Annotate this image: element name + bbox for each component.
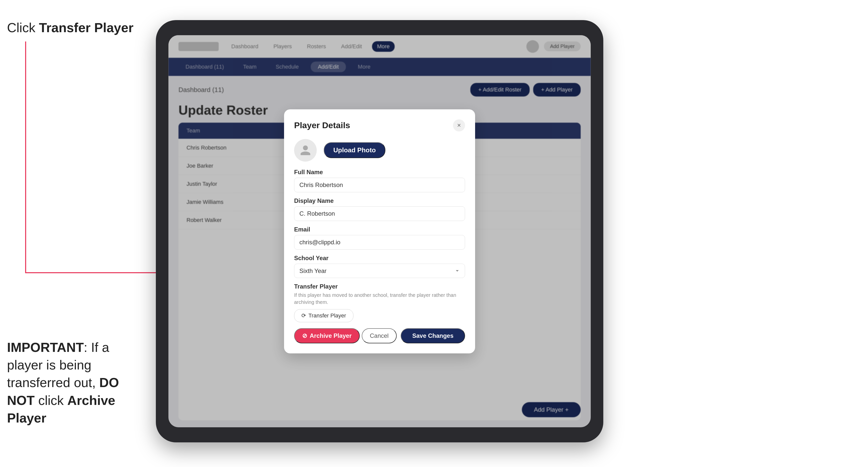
player-details-modal: Player Details × Upload Photo Full Name [284, 109, 475, 353]
transfer-btn-label: Transfer Player [308, 312, 346, 319]
transfer-section: Transfer Player If this player has moved… [294, 283, 465, 322]
cancel-button[interactable]: Cancel [362, 328, 397, 343]
modal-overlay: Player Details × Upload Photo Full Name [168, 35, 591, 427]
display-name-group: Display Name [294, 197, 465, 221]
archive-player-button[interactable]: ⊘ Archive Player [294, 328, 360, 343]
upload-photo-button[interactable]: Upload Photo [324, 142, 385, 158]
annotation-line-vertical [25, 41, 26, 273]
modal-title: Player Details [294, 120, 350, 130]
archive-icon: ⊘ [302, 332, 307, 339]
school-year-label: School Year [294, 255, 465, 262]
save-changes-button[interactable]: Save Changes [401, 328, 465, 343]
tablet-screen: Dashboard Players Rosters Add/Edit More … [168, 35, 591, 427]
modal-close-button[interactable]: × [453, 119, 465, 131]
photo-section: Upload Photo [294, 139, 465, 162]
instruction-top: Click Transfer Player [7, 20, 133, 35]
transfer-player-button[interactable]: ⟳ Transfer Player [294, 309, 353, 322]
important-label: IMPORTANT [7, 340, 84, 355]
modal-footer: ⊘ Archive Player Cancel Save Changes [294, 328, 465, 343]
instruction-text-2: click [35, 393, 67, 408]
avatar-icon [300, 144, 311, 156]
school-year-group: School Year Freshman Sophomore Junior Se… [294, 255, 465, 278]
instruction-bold: Transfer Player [39, 20, 133, 35]
instruction-prefix: Click [7, 20, 39, 35]
modal-header: Player Details × [294, 119, 465, 131]
display-name-input[interactable] [294, 206, 465, 221]
full-name-group: Full Name [294, 169, 465, 192]
tablet-device: Dashboard Players Rosters Add/Edit More … [156, 20, 603, 442]
email-group: Email [294, 226, 465, 250]
school-year-select[interactable]: Freshman Sophomore Junior Senior Fifth Y… [294, 264, 465, 278]
transfer-icon: ⟳ [301, 312, 306, 319]
full-name-input[interactable] [294, 178, 465, 192]
instruction-bottom: IMPORTANT: If a player is being transfer… [7, 339, 148, 427]
transfer-description: If this player has moved to another scho… [294, 291, 465, 306]
display-name-label: Display Name [294, 197, 465, 204]
full-name-label: Full Name [294, 169, 465, 176]
transfer-title: Transfer Player [294, 283, 465, 290]
avatar-preview [294, 139, 317, 162]
footer-right-actions: Cancel Save Changes [362, 328, 465, 343]
archive-btn-label: Archive Player [310, 332, 352, 339]
email-input[interactable] [294, 235, 465, 250]
email-label: Email [294, 226, 465, 233]
